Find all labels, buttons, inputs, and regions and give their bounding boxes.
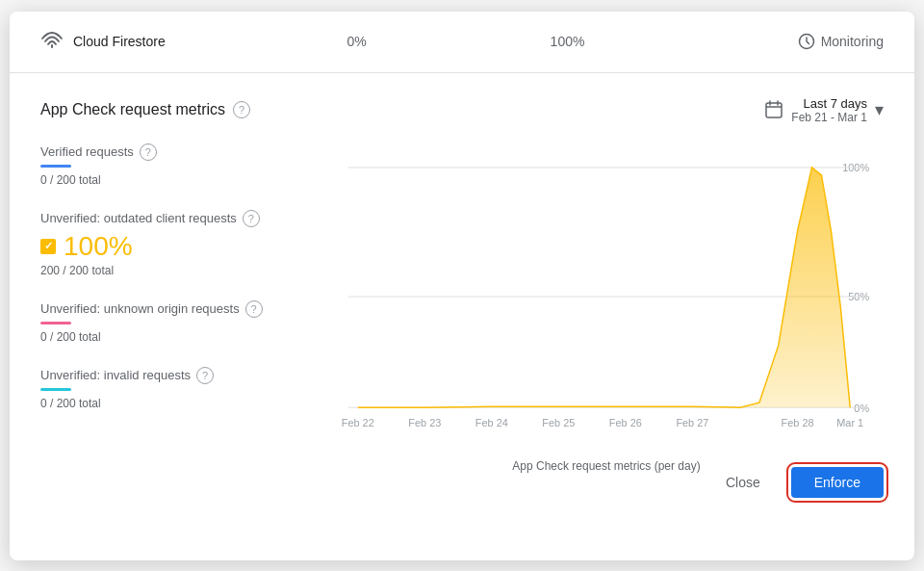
svg-text:Feb 23: Feb 23 [408, 417, 441, 428]
metric-verified-total: 0 / 200 total [40, 173, 314, 187]
monitoring-section: Monitoring [673, 33, 884, 50]
svg-text:Feb 28: Feb 28 [782, 417, 814, 428]
metric-verified-help[interactable]: ? [140, 143, 157, 161]
metric-outdated-value-row: 100% [40, 231, 314, 262]
chevron-down-icon: ▾ [875, 99, 884, 120]
metric-outdated-label: Unverified: outdated client requests ? [40, 210, 314, 227]
percent-right: 100% [462, 34, 673, 49]
chart-area: 100% 50% 0% [329, 143, 884, 452]
date-range-label: Last 7 days Feb 21 - Mar 1 [791, 96, 867, 124]
section-title-area: App Check request metrics ? [40, 101, 250, 118]
chart-x-axis-label: App Check request metrics (per day) [329, 459, 884, 473]
service-info: Cloud Firestore [40, 32, 251, 51]
svg-text:Feb 24: Feb 24 [475, 417, 508, 428]
metric-outdated-total: 200 / 200 total [40, 264, 314, 277]
metric-invalid-help[interactable]: ? [196, 367, 214, 384]
clock-icon [798, 33, 815, 50]
chart-svg: 100% 50% 0% [329, 143, 884, 452]
calendar-icon [764, 100, 783, 119]
svg-text:Mar 1: Mar 1 [836, 417, 863, 428]
metric-invalid-label: Unverified: invalid requests ? [40, 367, 314, 384]
metric-invalid-line [40, 388, 71, 391]
top-bar: Cloud Firestore 0% 100% Monitoring [10, 12, 914, 73]
section-help-icon[interactable]: ? [233, 101, 250, 118]
metric-invalid: Unverified: invalid requests ? 0 / 200 t… [40, 367, 314, 410]
svg-text:Feb 26: Feb 26 [609, 417, 642, 428]
metric-unknown-origin-help[interactable]: ? [245, 300, 263, 318]
metric-unknown-origin-label: Unverified: unknown origin requests ? [40, 300, 314, 318]
svg-text:0%: 0% [854, 402, 869, 414]
main-dialog: Cloud Firestore 0% 100% Monitoring App C… [10, 12, 914, 560]
metric-outdated: Unverified: outdated client requests ? 1… [40, 210, 314, 277]
metric-unknown-origin: Unverified: unknown origin requests ? 0 … [40, 300, 314, 344]
date-range-sub: Feb 21 - Mar 1 [791, 111, 867, 124]
section-title-text: App Check request metrics [40, 101, 225, 118]
date-range-title: Last 7 days [804, 96, 868, 111]
svg-text:Feb 22: Feb 22 [342, 417, 374, 428]
metric-unknown-origin-line [40, 322, 71, 324]
service-name: Cloud Firestore [73, 34, 166, 49]
metric-outdated-percent: 100% [64, 231, 133, 262]
metric-unknown-origin-total: 0 / 200 total [40, 330, 314, 344]
main-content: App Check request metrics ? Last 7 days … [10, 73, 914, 452]
metric-verified: Verified requests ? 0 / 200 total [40, 143, 314, 187]
svg-rect-1 [766, 103, 782, 117]
monitoring-label: Monitoring [821, 34, 884, 49]
content-area: Verified requests ? 0 / 200 total Unveri… [40, 143, 884, 452]
section-header: App Check request metrics ? Last 7 days … [40, 96, 884, 124]
svg-text:Feb 27: Feb 27 [676, 417, 708, 428]
metric-invalid-total: 0 / 200 total [40, 397, 314, 410]
firestore-icon [40, 32, 64, 51]
date-range-picker[interactable]: Last 7 days Feb 21 - Mar 1 ▾ [764, 96, 884, 124]
metric-verified-label: Verified requests ? [40, 143, 314, 161]
metrics-panel: Verified requests ? 0 / 200 total Unveri… [40, 143, 329, 452]
metric-outdated-help[interactable]: ? [243, 210, 260, 227]
svg-text:Feb 25: Feb 25 [542, 417, 575, 428]
metric-outdated-checkbox[interactable] [40, 239, 56, 254]
chart-area-fill [358, 167, 850, 406]
percent-left: 0% [251, 34, 462, 49]
metric-verified-line [40, 165, 71, 168]
